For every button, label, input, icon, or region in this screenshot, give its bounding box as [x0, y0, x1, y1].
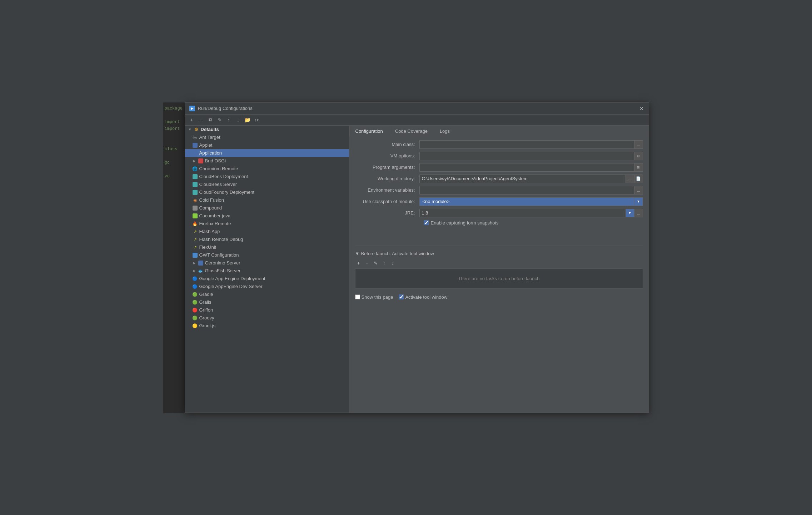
classpath-label: Use classpath of module:	[355, 199, 419, 204]
close-button[interactable]: ✕	[639, 106, 644, 111]
before-launch-header[interactable]: ▼ Before launch: Activate tool window	[355, 249, 643, 258]
sidebar-item-glassfish[interactable]: ▶ 🐟 GlassFish Server	[185, 267, 349, 275]
cloudbees-dep-icon	[192, 174, 198, 180]
tab-configuration[interactable]: Configuration	[349, 126, 389, 136]
sidebar-item-firefox-remote[interactable]: 🔥 Firefox Remote	[185, 220, 349, 228]
sidebar-item-flash-remote-label: Flash Remote Debug	[199, 237, 243, 242]
jre-field-container: ▼ ...	[419, 209, 643, 217]
sidebar-item-groovy[interactable]: 🟢 Groovy	[185, 314, 349, 322]
sidebar-item-flexunit[interactable]: ↗ FlexUnit	[185, 243, 349, 251]
sidebar-item-google-app-engine-label: Google App Engine Deployment	[199, 276, 265, 281]
config-form: Main class: ... VM options: ⊞	[349, 136, 649, 413]
enable-snapshots-checkbox[interactable]	[424, 220, 429, 225]
sidebar-item-glassfish-label: GlassFish Server	[205, 268, 241, 273]
tab-logs[interactable]: Logs	[434, 126, 456, 136]
sidebar-item-google-app-engine[interactable]: 🔵 Google App Engine Deployment	[185, 275, 349, 283]
sidebar-item-flash-app[interactable]: ↗ Flash App	[185, 228, 349, 236]
sidebar-item-applet-label: Applet	[199, 142, 213, 148]
sidebar-item-chromium-remote[interactable]: 🌐 Chromium Remote	[185, 165, 349, 173]
sidebar-item-cloudbees-server[interactable]: CloudBees Server	[185, 181, 349, 188]
applet-icon	[192, 142, 198, 148]
google-app-engine-icon: 🔵	[192, 276, 198, 282]
before-launch-divider	[355, 246, 643, 246]
env-vars-label: Environment variables:	[355, 187, 419, 193]
sidebar-item-ant-target[interactable]: 🐜 Ant Target	[185, 133, 349, 141]
groovy-icon: 🟢	[192, 315, 198, 321]
sort-button[interactable]: ↕z	[253, 116, 261, 124]
working-dir-row: Working directory: ... 📄	[355, 175, 643, 183]
sidebar-item-compound[interactable]: Compound	[185, 204, 349, 212]
add-config-button[interactable]: +	[188, 116, 196, 124]
vm-options-label: VM options:	[355, 153, 419, 158]
cold-fusion-icon: ◉	[192, 197, 198, 203]
program-args-input[interactable]	[419, 163, 634, 172]
edit-config-button[interactable]: ✎	[216, 116, 224, 124]
main-class-input[interactable]	[419, 140, 634, 149]
sidebar-item-bnd-osgi[interactable]: ▶ Bnd OSGi	[185, 157, 349, 165]
griffon-icon: 🔴	[192, 307, 198, 313]
before-launch-add-button[interactable]: +	[355, 260, 362, 267]
sidebar-item-griffon[interactable]: 🔴 Griffon	[185, 306, 349, 314]
before-launch-collapse-icon: ▼	[355, 251, 360, 256]
flash-remote-icon: ↗	[192, 237, 198, 242]
show-page-option[interactable]: Show this page	[355, 294, 393, 300]
sidebar-item-applet[interactable]: Applet	[185, 141, 349, 149]
sidebar-item-cold-fusion[interactable]: ◉ Cold Fusion	[185, 196, 349, 204]
sidebar-item-flash-remote[interactable]: ↗ Flash Remote Debug	[185, 236, 349, 243]
classpath-dropdown-button[interactable]: ▼	[634, 197, 643, 206]
classpath-value: <no module>	[419, 197, 634, 206]
defaults-icon: ⚙	[194, 127, 199, 132]
sidebar-item-grails-label: Grails	[199, 299, 211, 305]
before-launch-up-button[interactable]: ↑	[381, 260, 388, 267]
before-launch-remove-button[interactable]: −	[364, 260, 371, 267]
sidebar-item-gruntjs[interactable]: 🟡 Grunt.js	[185, 322, 349, 330]
sidebar-item-cloudbees-deployment[interactable]: CloudBees Deployment	[185, 173, 349, 181]
enable-snapshots-label: Enable capturing form snapshots	[431, 220, 499, 226]
activate-window-option[interactable]: Activate tool window	[399, 294, 447, 300]
geronimo-icon	[198, 260, 204, 266]
show-page-checkbox[interactable]	[355, 294, 360, 299]
move-up-config-button[interactable]: ↑	[225, 116, 233, 124]
env-vars-input[interactable]	[419, 186, 634, 195]
sidebar-item-flash-app-label: Flash App	[199, 229, 220, 234]
sidebar-item-firefox-label: Firefox Remote	[199, 221, 231, 226]
enable-snapshots-row: Enable capturing form snapshots	[424, 220, 643, 226]
sidebar-item-gwt-label: GWT Configuration	[199, 252, 239, 258]
main-class-browse-button[interactable]: ...	[634, 140, 643, 149]
cucumber-icon	[192, 213, 198, 219]
move-down-config-button[interactable]: ↓	[234, 116, 242, 124]
folder-button[interactable]: 📁	[244, 116, 251, 124]
remove-config-button[interactable]: −	[197, 116, 205, 124]
compound-icon	[192, 205, 198, 211]
sidebar-item-google-appengine-dev[interactable]: 🔵 Google AppEngine Dev Server	[185, 283, 349, 291]
activate-window-checkbox[interactable]	[399, 294, 404, 299]
sidebar-item-gradle[interactable]: 🟢 Gradle	[185, 291, 349, 298]
program-args-expand-button[interactable]: ⊞	[634, 163, 643, 172]
working-dir-folder-button[interactable]: 📄	[634, 175, 643, 183]
sidebar-item-geronimo[interactable]: ▶ Geronimo Server	[185, 259, 349, 267]
code-background: package import import class @c vo	[163, 102, 185, 413]
sidebar-item-cloudfoundry[interactable]: CloudFoundry Deployment	[185, 188, 349, 196]
env-vars-row: Environment variables: ...	[355, 186, 643, 195]
tree-item-defaults[interactable]: ▼ ⚙ Defaults	[185, 126, 349, 133]
jre-dropdown-button[interactable]: ▼	[626, 209, 634, 217]
main-class-label: Main class:	[355, 142, 419, 147]
vm-options-expand-button[interactable]: ⊞	[634, 152, 643, 160]
working-dir-input[interactable]	[419, 175, 626, 183]
jre-input[interactable]	[419, 209, 626, 217]
sidebar-item-grails[interactable]: 🟢 Grails	[185, 298, 349, 306]
sidebar-item-gwt[interactable]: GWT Configuration	[185, 251, 349, 259]
sidebar-item-application[interactable]: Application	[185, 149, 349, 157]
before-launch-toolbar: + − ✎ ↑ ↓	[355, 258, 643, 268]
before-launch-edit-button[interactable]: ✎	[372, 260, 379, 267]
copy-config-button[interactable]: ⧉	[206, 116, 214, 124]
sidebar-item-cucumber-java[interactable]: Cucumber java	[185, 212, 349, 220]
sidebar-item-gruntjs-label: Grunt.js	[199, 323, 216, 328]
tab-code-coverage[interactable]: Code Coverage	[389, 126, 434, 136]
before-launch-down-button[interactable]: ↓	[389, 260, 397, 267]
vm-options-input[interactable]	[419, 152, 634, 160]
jre-browse-button[interactable]: ...	[634, 209, 643, 217]
dialog-icon: ▶	[189, 106, 195, 111]
working-dir-browse-button[interactable]: ...	[626, 175, 634, 183]
env-vars-browse-button[interactable]: ...	[634, 186, 643, 195]
